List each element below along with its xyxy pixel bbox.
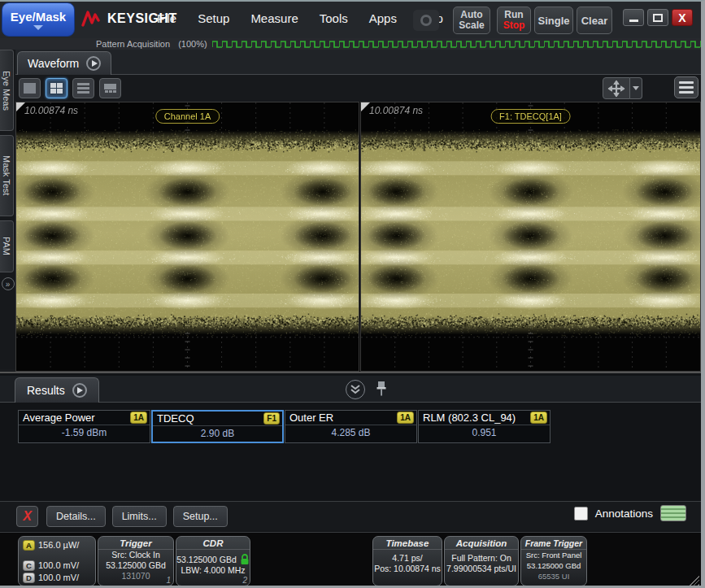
result-value: 0.951: [419, 425, 550, 441]
clear-button[interactable]: Clear: [577, 7, 612, 34]
frame-trigger-title: Frame Trigger: [521, 537, 586, 550]
layout-quad-icon: [50, 83, 63, 94]
source-chip: 1A: [130, 412, 147, 424]
pan-tool-group: [603, 77, 642, 99]
keysight-spark-icon: [81, 10, 102, 28]
source-badge-channel-1a[interactable]: Channel 1A: [155, 109, 220, 124]
results-pin-button[interactable]: [376, 381, 387, 400]
flexdca-window: Eye/Mask KEYSIGHT File Setup Measure Too…: [0, 0, 705, 588]
waveform-menu-button[interactable]: [86, 56, 101, 71]
sidebar-expand-button[interactable]: »: [2, 277, 15, 290]
lock-icon: [240, 554, 250, 565]
auto-scale-button[interactable]: Auto Scale: [453, 7, 490, 34]
resize-grip[interactable]: [690, 576, 699, 586]
close-button[interactable]: X: [672, 9, 693, 26]
minimize-button[interactable]: [623, 9, 644, 26]
timebase-panel[interactable]: Timebase 4.71 ps/ Pos: 10.00874 ns: [372, 536, 442, 586]
camera-icon: [420, 15, 432, 26]
trigger-panel[interactable]: Trigger Src: Clock In 53.125000 GBd 1310…: [98, 536, 174, 586]
annotations-checkbox[interactable]: [574, 507, 588, 520]
channel-a-chip: A: [23, 540, 35, 551]
source-badge-f1-tdecq[interactable]: F1: TDECQ[1A]: [490, 109, 571, 124]
details-button[interactable]: Details...: [46, 506, 106, 527]
screenshot-button[interactable]: [413, 10, 439, 31]
pattern-acquisition-label: Pattern Acquisition: [96, 39, 170, 49]
sidebar-tab-mask-test[interactable]: Mask Test: [0, 135, 14, 216]
mode-tab-label: Eye/Mask: [11, 10, 66, 24]
layout-rows-icon: [77, 83, 89, 94]
pan-tool-dropdown[interactable]: [630, 77, 642, 99]
left-sidebar: Eye Meas Mask Test PAM »: [0, 50, 15, 369]
cdr-title: CDR: [176, 537, 250, 550]
channel-c-scale: 100.0 mV/: [38, 560, 79, 572]
layout-main-thumbs-button[interactable]: [99, 78, 121, 98]
timebase-annotation: 10.00874 ns: [369, 105, 423, 116]
menu-apps[interactable]: Apps: [369, 11, 397, 25]
close-icon: X: [678, 11, 685, 24]
dropdown-triangle-icon: [633, 86, 639, 90]
setup-button[interactable]: Setup...: [173, 506, 228, 527]
pattern-acquisition-strip: Pattern Acquisition (100%): [0, 38, 701, 50]
menu-tools[interactable]: Tools: [320, 11, 348, 25]
hamburger-icon: [679, 81, 694, 84]
result-card-rlm[interactable]: RLM (802.3 CL_94) 1A 0.951: [418, 410, 551, 443]
acquisition-title: Acquisition: [445, 537, 518, 550]
waveform-display-area: 10.00874 ns Channel 1A 10.00874 ns F1: T…: [15, 102, 701, 372]
layout-single-icon: [24, 83, 36, 94]
sidebar-tab-eye-meas[interactable]: Eye Meas: [0, 50, 14, 131]
layout-rows-button[interactable]: [72, 78, 94, 98]
timebase-annotation: 10.00874 ns: [24, 105, 78, 116]
pattern-waveform-icon: [212, 39, 701, 50]
mode-tab-eye-mask[interactable]: Eye/Mask: [2, 2, 75, 37]
menu-measure[interactable]: Measure: [250, 11, 298, 25]
channel-a-scale: 156.0 µW/: [38, 539, 79, 551]
eye-diagram-canvas-channel-1a: [16, 102, 359, 371]
frame-trigger-panel[interactable]: Frame Trigger Src: Front Panel 53.125000…: [520, 536, 587, 586]
double-chevron-down-icon: [350, 385, 361, 395]
results-header: Results: [0, 376, 701, 403]
eye-panel-f1-tdecq[interactable]: 10.00874 ns F1: TDECQ[1A]: [360, 102, 701, 372]
trigger-title: Trigger: [98, 537, 173, 550]
eye-panel-channel-1a[interactable]: 10.00874 ns Channel 1A: [15, 102, 359, 372]
pan-tool-button[interactable]: [603, 77, 630, 99]
channel-d-chip: D: [23, 573, 35, 583]
single-button[interactable]: Single: [534, 7, 573, 34]
annotation-lines-button[interactable]: [660, 505, 686, 521]
tab-results[interactable]: Results: [15, 377, 99, 403]
result-card-average-power[interactable]: Average Power 1A -1.59 dBm: [18, 410, 150, 443]
results-section: Results Average Power: [0, 372, 701, 532]
auto-scale-line2: Scale: [459, 20, 484, 31]
play-icon: [77, 387, 83, 394]
results-collapse-button[interactable]: [346, 380, 365, 399]
channels-panel[interactable]: A 156.0 µW/ C 100.0 mV/ D 100.0 mV/: [18, 536, 96, 586]
stop-label: Stop: [503, 20, 525, 31]
menu-file[interactable]: File: [157, 11, 176, 25]
source-chip: 1A: [397, 412, 414, 424]
timebase-title: Timebase: [373, 537, 442, 550]
tab-waveform[interactable]: Waveform: [17, 51, 111, 75]
run-stop-button[interactable]: Run Stop: [497, 7, 531, 34]
acquisition-panel[interactable]: Acquisition Full Pattern: On 7.99000534 …: [444, 536, 519, 586]
annotations-control: Annotations: [574, 505, 686, 521]
result-card-tdecq[interactable]: TDECQ F1 2.90 dB: [151, 410, 284, 443]
layout-quad-button[interactable]: [46, 78, 67, 98]
menu-setup[interactable]: Setup: [198, 11, 229, 25]
maximize-button[interactable]: [647, 9, 668, 26]
layout-single-button[interactable]: [19, 78, 41, 98]
layout-main-thumbs-icon: [104, 84, 116, 93]
limits-button[interactable]: Limits...: [112, 506, 167, 527]
waveform-toolbar: [15, 75, 701, 102]
annotations-label: Annotations: [595, 507, 653, 520]
cdr-panel[interactable]: CDR 53.125000 GBd LBW: 4.000 MHz 2: [176, 536, 250, 586]
panel-menu-button[interactable]: [674, 76, 698, 98]
sidebar-tab-pam[interactable]: PAM: [0, 220, 14, 272]
delete-measurement-button[interactable]: X: [16, 506, 38, 527]
result-value: 2.90 dB: [153, 426, 282, 442]
results-menu-button[interactable]: [72, 383, 87, 398]
eye-diagram-canvas-f1-tdecq: [361, 102, 700, 371]
result-card-outer-er[interactable]: Outer ER 1A 4.285 dB: [285, 410, 417, 443]
pattern-acquisition-percent: (100%): [178, 39, 207, 49]
title-bar: Eye/Mask KEYSIGHT File Setup Measure Too…: [0, 2, 701, 38]
pan-arrows-icon: [607, 80, 625, 98]
result-value: -1.59 dBm: [19, 425, 150, 441]
